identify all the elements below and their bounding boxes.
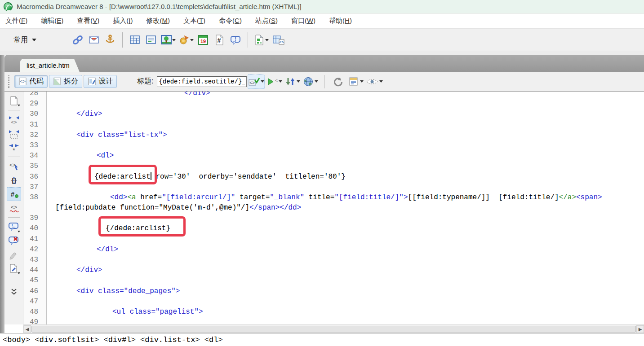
split-view-button[interactable]: 拆分 <box>49 75 82 88</box>
select-parent-tag-icon: <> <box>8 161 20 172</box>
expand-all-button[interactable]: * <box>7 140 21 154</box>
line-number: 44 <box>23 265 46 276</box>
collapse-selection-button[interactable] <box>7 127 21 140</box>
code-editor[interactable]: 28</div>2930</div>3132<div class="list-t… <box>23 92 644 324</box>
insert-toolbar: 常用 <box>0 29 644 51</box>
menu-item-V[interactable]: 查看(V) <box>77 17 99 25</box>
highlight-invalid-code-button[interactable]: <> <box>7 201 21 215</box>
balance-braces-icon: {} <box>8 175 20 186</box>
chevron-down-icon <box>360 80 364 83</box>
toolbar-grip[interactable] <box>8 75 10 88</box>
server-include-button[interactable]: # <box>211 31 227 48</box>
menu-item-E[interactable]: 编辑(E) <box>41 17 63 25</box>
menu-item-H[interactable]: 帮助(H) <box>329 17 352 25</box>
design-view-button[interactable]: 设计 <box>84 75 117 88</box>
menu-item-W[interactable]: 窗口(W) <box>291 17 315 25</box>
code-line: 28</div> <box>23 92 644 99</box>
menu-item-F[interactable]: 文件(F) <box>5 17 27 25</box>
code-view-label: 代码 <box>29 77 44 86</box>
preview-debug-icon: <> <box>267 77 278 86</box>
chevron-down-icon <box>315 80 318 83</box>
design-view-label: 设计 <box>98 77 113 86</box>
validate-markup-button[interactable]: <> <box>248 74 265 89</box>
menu-item-S[interactable]: 站点(S) <box>255 17 278 25</box>
document-tab-label: list_article.htm <box>27 61 70 69</box>
toolbar-separator <box>122 32 123 48</box>
images-button[interactable] <box>159 31 177 48</box>
view-options-button[interactable] <box>348 74 364 89</box>
date-button[interactable]: 19 <box>195 31 211 48</box>
hyperlink-icon <box>72 34 84 46</box>
scrollbar-thumb[interactable] <box>31 326 636 333</box>
code-line: 48<ul class="pagelist"> <box>23 307 644 317</box>
refresh-button[interactable] <box>330 74 346 89</box>
tag-chooser-button[interactable]: <> <box>270 31 286 48</box>
table-button[interactable] <box>127 31 143 48</box>
panel-edge[interactable] <box>0 55 4 333</box>
code-line: 33 <box>23 140 644 151</box>
preview-debug-button[interactable]: <> <box>266 74 283 89</box>
line-number: 34 <box>23 151 46 161</box>
line-number: 48 <box>23 307 46 317</box>
more-buttons-chevron[interactable] <box>7 285 21 298</box>
insert-category-dropdown[interactable]: 常用 <box>0 35 42 45</box>
menu-item-T[interactable]: 文本(T) <box>183 17 205 25</box>
recent-snippets-button[interactable] <box>7 262 21 276</box>
line-number: 40 <box>23 223 46 234</box>
dreamweaver-logo-icon <box>4 2 13 11</box>
named-anchor-button[interactable] <box>102 31 118 48</box>
menu-item-I[interactable]: 插入(I) <box>113 17 133 25</box>
scroll-right-arrow[interactable]: ▶ <box>636 325 644 333</box>
file-management-button[interactable] <box>284 74 301 89</box>
chevron-down-icon <box>18 105 20 106</box>
page-title-input[interactable] <box>157 76 247 87</box>
comment-button[interactable]: ! <box>227 31 244 48</box>
document-tab[interactable]: list_article.htm <box>20 59 80 72</box>
globe-icon <box>303 76 314 87</box>
balance-braces-button[interactable]: {} <box>7 173 21 187</box>
collapse-full-tag-icon: <> <box>8 114 20 125</box>
menu-item-M[interactable]: 修改(M) <box>146 17 170 25</box>
menu-item-C[interactable]: 命令(C) <box>219 17 242 25</box>
visual-aids-button[interactable] <box>366 74 383 89</box>
media-button[interactable] <box>177 31 195 48</box>
line-number: 45 <box>23 276 46 286</box>
code-line: 36{dede:arclist row='30' orderby='sendda… <box>23 172 644 182</box>
code-line: 34<dl> <box>23 151 644 161</box>
collapse-full-tag-button[interactable]: <> <box>7 113 21 127</box>
line-number: 38 <box>23 193 46 203</box>
svg-text:*: * <box>13 146 15 153</box>
apply-comment-button[interactable]: !.. <box>7 220 21 234</box>
remove-comment-button[interactable] <box>7 234 21 248</box>
insert-div-button[interactable] <box>143 31 159 48</box>
horizontal-scrollbar[interactable]: ◀ ▶ <box>23 324 644 333</box>
svg-text:<>: <> <box>9 162 16 168</box>
split-view-icon <box>53 77 62 86</box>
document-tab-bar: list_article.htm <box>4 55 644 72</box>
svg-text:<>: <> <box>20 79 26 84</box>
separator <box>8 110 20 110</box>
wrap-tag-icon <box>8 250 20 260</box>
separator <box>8 157 20 157</box>
tag-selector-bar[interactable]: <body> <div.softlsit> <div#l> <div.list-… <box>0 333 644 346</box>
images-icon <box>160 34 172 46</box>
svg-text:#: # <box>218 37 221 44</box>
open-documents-button[interactable] <box>7 94 21 108</box>
preview-in-browser-button[interactable] <box>302 74 319 89</box>
double-chevron-down-icon <box>10 288 18 296</box>
line-number: 29 <box>23 99 46 109</box>
tag-path[interactable]: <body> <div.softlsit> <div#l> <div.list-… <box>3 336 223 344</box>
code-line: 40{/dede:arclist} <box>23 223 644 234</box>
svg-text:<>: <> <box>279 40 284 44</box>
code-view-button[interactable]: <> 代码 <box>14 75 48 88</box>
svg-text:!..: !.. <box>11 223 15 228</box>
line-numbers-button[interactable]: # <box>7 187 21 201</box>
wrap-tag-button[interactable] <box>7 248 21 262</box>
code-line: 43 <box>23 255 644 265</box>
email-link-button[interactable] <box>86 31 102 48</box>
scroll-left-arrow[interactable]: ◀ <box>23 325 31 333</box>
select-parent-tag-button[interactable]: <> <box>7 159 21 173</box>
templates-button[interactable] <box>252 31 270 48</box>
hyperlink-button[interactable] <box>70 31 86 48</box>
code-line: 45 <box>23 276 644 286</box>
